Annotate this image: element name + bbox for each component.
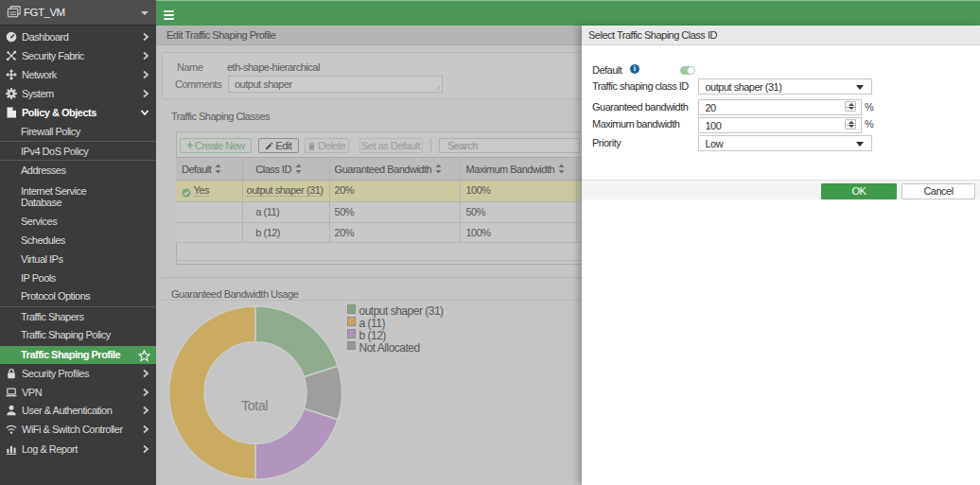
svg-text:Total: Total bbox=[241, 398, 268, 413]
